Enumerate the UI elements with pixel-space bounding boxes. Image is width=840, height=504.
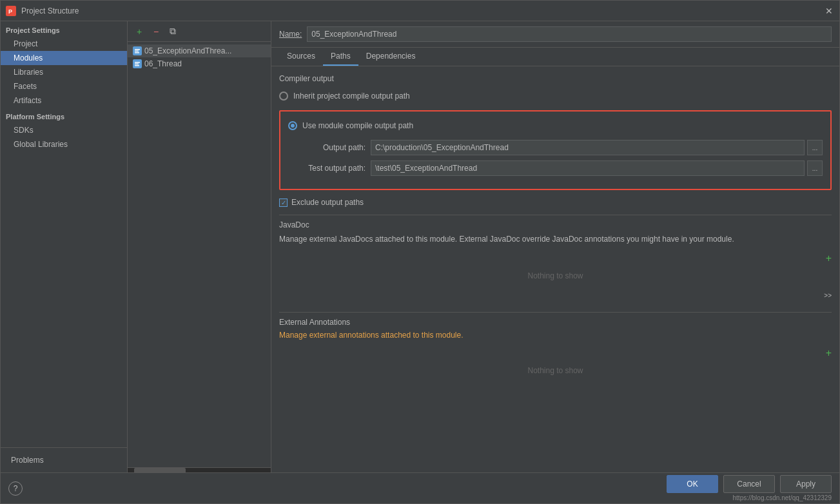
compiler-output-title: Compiler output [279,74,832,83]
name-row: Name: [271,21,839,48]
javadoc-empty-label: Nothing to show [527,271,583,280]
sidebar-item-sdks[interactable]: SDKs [1,123,127,137]
ext-annotations-add-button[interactable]: + [826,347,832,359]
svg-rect-7 [135,62,140,63]
module-list: 05_ExceptionAndThrea... 06_Thread [128,42,271,467]
main-content: Compiler output Inherit project compile … [271,66,839,472]
output-path-label: Output path: [288,143,366,152]
bottom-right-stack: OK Cancel Apply https://blog.csdn.net/qq… [667,475,832,501]
bottom-left: ? [8,481,23,496]
exclude-checkbox[interactable] [279,199,288,207]
test-output-path-input[interactable] [371,160,805,176]
ext-annotations-empty-label: Nothing to show [527,366,583,375]
sidebar-item-problems[interactable]: Problems [6,453,122,467]
sidebar: Project Settings Project Modules Librari… [1,21,128,472]
sidebar-item-global-libraries[interactable]: Global Libraries [1,137,127,151]
sidebar-item-artifacts[interactable]: Artifacts [1,93,127,108]
radio-group: Inherit project compile output path [279,90,832,102]
ext-annotations-empty-list: Nothing to show + [279,345,832,396]
url-bar: https://blog.csdn.net/qq_42312329 [733,494,832,501]
tabs-row: Sources Paths Dependencies [271,48,839,66]
javadoc-description: Manage external JavaDocs attached to thi… [279,233,832,245]
inherit-radio-circle [279,92,288,101]
inherit-radio[interactable]: Inherit project compile output path [279,90,832,102]
svg-rect-3 [135,49,140,50]
svg-text:P: P [8,8,12,15]
project-settings-label: Project Settings [1,21,127,37]
app-icon: P [6,6,16,16]
window: P Project Structure ✕ Project Settings P… [0,0,840,504]
apply-button[interactable]: Apply [780,475,832,493]
name-label: Name: [279,30,302,39]
output-path-wrapper: ... [371,140,823,155]
svg-rect-5 [135,52,139,53]
test-output-path-label: Test output path: [288,164,366,173]
output-path-input[interactable] [371,140,805,155]
svg-rect-9 [135,65,139,66]
inherit-radio-label: Inherit project compile output path [293,92,410,101]
module-item-06[interactable]: 06_Thread [128,57,271,70]
tab-sources[interactable]: Sources [279,48,323,66]
output-path-browse-button[interactable]: ... [807,140,823,155]
module-panel: + − ⧉ 05_ExceptionAndThrea... [128,21,271,472]
ext-annotations-description: Manage external annotations attached to … [279,331,832,340]
tab-dependencies[interactable]: Dependencies [358,48,424,66]
sidebar-item-libraries[interactable]: Libraries [1,65,127,79]
output-path-row: Output path: ... [288,140,823,155]
close-button[interactable]: ✕ [824,6,834,16]
javadoc-empty-list: Nothing to show + >> [279,250,832,302]
svg-rect-4 [135,51,139,52]
exclude-label: Exclude output paths [291,198,364,207]
module-item-05[interactable]: 05_ExceptionAndThrea... [128,44,271,57]
test-output-path-wrapper: ... [371,160,823,176]
section-divider-1 [279,215,832,215]
window-title: Project Structure [21,6,824,15]
module-scrollbar-thumb [134,468,186,472]
use-module-box: Use module compile output path Output pa… [279,110,832,190]
remove-module-button[interactable]: − [150,25,162,38]
sidebar-item-modules[interactable]: Modules [1,51,127,65]
tab-paths[interactable]: Paths [323,48,358,66]
bottom-bar: ? OK Cancel Apply https://blog.csdn.net/… [1,472,839,503]
sidebar-bottom: Problems [1,447,127,472]
copy-module-button[interactable]: ⧉ [166,25,179,38]
test-output-path-row: Test output path: ... [288,160,823,176]
module-icon [133,59,142,68]
javadoc-title: JavaDoc [279,220,832,229]
svg-rect-8 [135,64,139,65]
platform-settings-label: Platform Settings [1,108,127,123]
module-icon [133,46,142,55]
ext-annotations-title: External Annotations [279,318,832,327]
javadoc-more-button[interactable]: >> [824,292,832,299]
name-input[interactable] [307,26,832,42]
test-output-path-browse-button[interactable]: ... [807,160,823,176]
titlebar: P Project Structure ✕ [1,1,839,21]
module-scrollbar[interactable] [128,467,271,472]
sidebar-item-facets[interactable]: Facets [1,79,127,93]
ok-button[interactable]: OK [667,475,718,493]
javadoc-add-button[interactable]: + [826,253,832,264]
use-module-radio[interactable]: Use module compile output path [288,119,823,132]
javadoc-section: JavaDoc Manage external JavaDocs attache… [279,220,832,302]
cancel-button[interactable]: Cancel [723,475,775,493]
main-panel: Name: Sources Paths Dependencies Compile… [271,21,839,472]
use-module-radio-circle [288,121,297,130]
sidebar-item-project[interactable]: Project [1,37,127,51]
module-toolbar: + − ⧉ [128,21,271,42]
ext-annotations-section: External Annotations Manage external ann… [279,318,832,396]
exclude-checkbox-row: Exclude output paths [279,198,832,207]
section-divider-2 [279,312,832,313]
add-module-button[interactable]: + [133,25,146,38]
content-area: Project Settings Project Modules Librari… [1,21,839,472]
use-module-radio-label: Use module compile output path [302,121,413,130]
help-button[interactable]: ? [8,481,23,496]
bottom-buttons-row: OK Cancel Apply [667,475,832,493]
